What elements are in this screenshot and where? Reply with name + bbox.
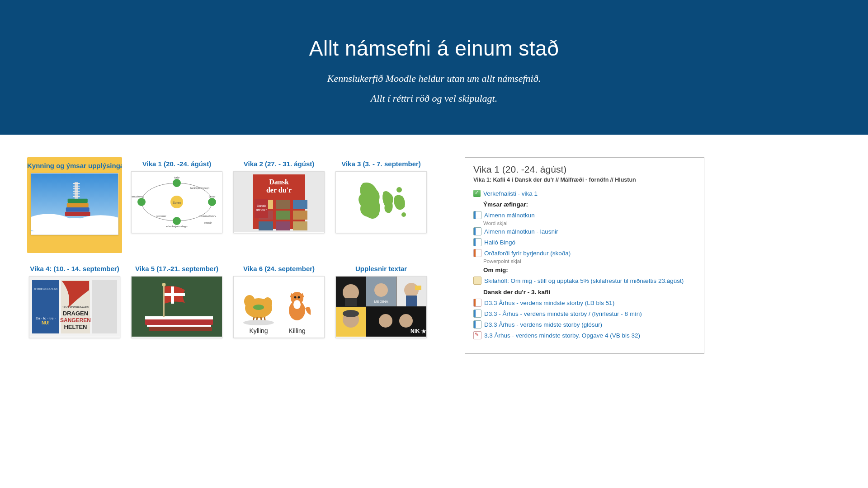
svg-text:vintersolhverv: vintersolhverv	[199, 215, 216, 217]
svg-text:forår: forår	[174, 176, 179, 179]
svg-point-83	[298, 296, 300, 298]
panel-heading: Vika 1 (20. -24. ágúst)	[473, 164, 696, 175]
svg-rect-38	[293, 200, 307, 209]
svg-rect-65	[149, 327, 212, 331]
svg-point-68	[162, 283, 166, 286]
course-card-title: Kynning og ýmsar upplýsingar	[27, 157, 122, 173]
panel-link[interactable]: Almenn málnotkun - lausnir	[484, 228, 558, 235]
panel-link[interactable]: 3.3 Århus - verdens mindste storby. Opga…	[484, 332, 640, 339]
course-card-title: Vika 5 (17.-21. september)	[129, 262, 224, 276]
ppt-icon	[473, 299, 481, 307]
svg-rect-41	[293, 211, 307, 220]
doc-icon	[473, 320, 481, 328]
course-card-title: Vika 6 (24. september)	[231, 262, 326, 276]
svg-rect-89	[345, 298, 357, 306]
svg-text:NU!: NU!	[42, 320, 50, 325]
course-card[interactable]: Kynning og ýmsar upplýsingar	[27, 157, 122, 253]
course-card-thumb: JESPER WUNG-SUNG En - to - tre - NU! JEN…	[29, 276, 120, 338]
svg-rect-7	[68, 199, 88, 203]
svg-rect-67	[163, 286, 165, 317]
course-card-thumb	[335, 171, 427, 233]
svg-rect-15	[73, 196, 80, 197]
doc-icon	[473, 238, 481, 246]
svg-rect-12	[73, 188, 80, 189]
panel-section-label: Om mig:	[473, 264, 696, 275]
svg-rect-69	[165, 293, 185, 296]
course-card[interactable]: Vika 5 (17.-21. september)	[129, 262, 224, 354]
panel-link[interactable]: Orðaforði fyrir byrjendur (skoða)	[484, 250, 571, 257]
svg-rect-14	[73, 193, 80, 194]
svg-text:SANGEREN: SANGEREN	[60, 317, 91, 324]
panel-item: Verkefnalisti - vika 1	[473, 188, 696, 198]
hero-banner: Allt námsefni á einum stað Kennslukerfið…	[0, 0, 868, 135]
svg-point-82	[294, 296, 297, 298]
svg-text:Killing: Killing	[288, 327, 305, 334]
svg-rect-6	[67, 203, 89, 207]
svg-rect-66	[145, 316, 213, 319]
course-card-thumb	[131, 276, 222, 338]
course-card-title: Vika 3 (3. - 7. september)	[334, 157, 429, 171]
panel-link[interactable]: Halló Bingó	[484, 239, 515, 246]
course-grid: Kynning og ýmsar upplýsingar Vika 1 (20.…	[27, 157, 429, 354]
panel-item: Almenn málnotkun - lausnir	[473, 226, 696, 237]
svg-text:sommersolhverv: sommersolhverv	[132, 195, 144, 198]
course-card[interactable]: Vika 1 (20. -24. ágúst) Solen forår vint…	[129, 157, 224, 253]
panel-item: D3.3 Århus - verdens mindste storby (LB …	[473, 297, 696, 308]
panel-item: Orðaforði fyrir byrjendur (skoða)	[473, 248, 696, 258]
svg-text:JENS ØSTERGAARD: JENS ØSTERGAARD	[62, 306, 89, 309]
panel-link[interactable]: D3.3 Århus - verdens mindste storby (LB …	[484, 300, 614, 306]
svg-point-50	[401, 212, 406, 217]
panel-item: D3.3 Århus - verdens midste storby (glós…	[473, 319, 696, 330]
svg-text:Solen: Solen	[173, 201, 181, 204]
svg-rect-70	[171, 286, 174, 304]
course-card[interactable]: Vika 3 (3. - 7. september)	[334, 157, 429, 253]
week-detail-panel: Vika 1 (20. -24. ágúst) Vika 1: Kafli 4 …	[465, 157, 704, 354]
svg-rect-44	[293, 221, 307, 230]
svg-text:der du'r: der du'r	[266, 186, 292, 194]
svg-point-22	[173, 217, 181, 225]
svg-rect-37	[276, 200, 290, 209]
doc-icon	[473, 227, 481, 235]
svg-point-81	[293, 300, 301, 309]
course-card-thumb: Dansk der du'r Danskder du'r	[233, 171, 325, 233]
course-card-thumb: MEDINA NIK ★ JAY	[335, 276, 427, 338]
svg-point-88	[343, 284, 359, 300]
svg-text:En - to - tre -: En - to - tre -	[36, 316, 56, 320]
panel-item-list: Verkefnalisti - vika 1Ýmsar æfingar:Alme…	[473, 188, 696, 341]
svg-point-99	[343, 310, 359, 317]
course-card[interactable]: Vika 4: (10. - 14. september) JESPER WUN…	[27, 262, 122, 354]
svg-rect-48	[336, 172, 426, 232]
course-card-thumb: Solen forår vinter efterårsjævndøgn somm…	[131, 171, 222, 233]
course-card[interactable]: Upplesnir textar MEDINA NIK ★ JAY	[334, 262, 429, 354]
svg-text:JESPER WUNG-SUNG: JESPER WUNG-SUNG	[34, 288, 58, 291]
course-card[interactable]: Vika 2 (27. - 31. ágúst) Dansk der du'r …	[231, 157, 326, 253]
svg-point-75	[253, 305, 264, 310]
course-card-title: Upplesnir textar	[334, 262, 429, 276]
svg-text:Dansk: Dansk	[269, 178, 289, 186]
doc-icon	[473, 211, 481, 219]
svg-rect-4	[65, 211, 90, 216]
panel-link[interactable]: Verkefnalisti - vika 1	[483, 190, 538, 197]
panel-link[interactable]: Skilahólf: Om mig - stíll og upptaka 5% …	[484, 277, 684, 284]
course-card-thumb	[31, 173, 118, 235]
course-card-title: Vika 1 (20. -24. ágúst)	[129, 157, 224, 171]
panel-link[interactable]: Almenn málnotkun	[484, 212, 535, 219]
svg-point-101	[379, 314, 392, 328]
svg-point-91	[374, 283, 388, 297]
course-card[interactable]: Vika 6 (24. september) Kylling Killing	[231, 262, 326, 354]
svg-text:vinter: vinter	[209, 195, 216, 198]
course-card-thumb: Kylling Killing	[233, 276, 325, 338]
panel-link[interactable]: D3.3 - Århus - verdens mindste storby / …	[484, 310, 642, 317]
svg-text:NIK ★ JAY: NIK ★ JAY	[410, 328, 426, 334]
svg-text:sommer: sommer	[156, 215, 166, 217]
panel-section-label: Ýmsar æfingar:	[473, 198, 696, 210]
pencil-icon	[473, 331, 481, 339]
svg-rect-10	[73, 183, 80, 184]
check-icon	[473, 190, 481, 197]
svg-point-21	[208, 198, 216, 206]
svg-rect-96	[415, 286, 421, 290]
svg-rect-13	[73, 191, 80, 192]
svg-text:efterår: efterår	[204, 221, 212, 224]
svg-text:efterårsjævndøgn: efterårsjævndøgn	[166, 225, 187, 228]
panel-link[interactable]: D3.3 Århus - verdens midste storby (glós…	[484, 321, 602, 328]
